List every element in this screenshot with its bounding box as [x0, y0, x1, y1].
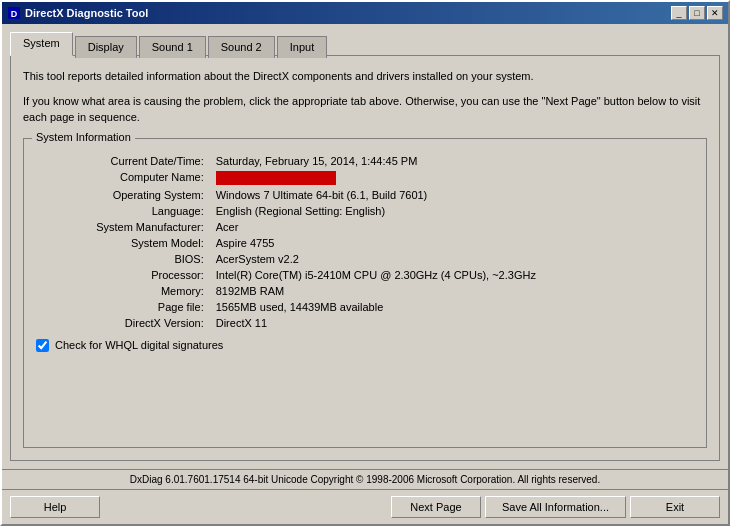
field-label-pagefile: Page file:	[36, 299, 212, 315]
tab-panel-system: This tool reports detailed information a…	[10, 55, 720, 461]
tab-bar: System Display Sound 1 Sound 2 Input	[10, 32, 720, 56]
table-row: Memory: 8192MB RAM	[36, 283, 694, 299]
tab-display[interactable]: Display	[75, 36, 137, 58]
field-label-language: Language:	[36, 203, 212, 219]
field-label-processor: Processor:	[36, 267, 212, 283]
table-row: System Model: Aspire 4755	[36, 235, 694, 251]
app-icon: D	[7, 6, 21, 20]
redacted-computer-name	[216, 171, 336, 185]
whql-checkbox[interactable]	[36, 339, 49, 352]
title-bar-left: D DirectX Diagnostic Tool	[7, 6, 148, 20]
bottom-right-buttons: Next Page Save All Information... Exit	[391, 496, 720, 518]
field-label-directx: DirectX Version:	[36, 315, 212, 331]
help-button[interactable]: Help	[10, 496, 100, 518]
table-row: BIOS: AcerSystem v2.2	[36, 251, 694, 267]
field-label-bios: BIOS:	[36, 251, 212, 267]
bottom-button-bar: Help Next Page Save All Information... E…	[2, 489, 728, 524]
info-text-2: If you know what area is causing the pro…	[23, 93, 707, 126]
info-text-1: This tool reports detailed information a…	[23, 68, 707, 85]
whql-checkbox-row: Check for WHQL digital signatures	[36, 339, 694, 352]
tab-system[interactable]: System	[10, 32, 73, 56]
footer-status-bar: DxDiag 6.01.7601.17514 64-bit Unicode Co…	[2, 469, 728, 489]
save-all-button[interactable]: Save All Information...	[485, 496, 626, 518]
field-label-manufacturer: System Manufacturer:	[36, 219, 212, 235]
field-value-datetime: Saturday, February 15, 2014, 1:44:45 PM	[212, 153, 694, 169]
field-value-memory: 8192MB RAM	[212, 283, 694, 299]
whql-checkbox-label: Check for WHQL digital signatures	[55, 339, 223, 351]
next-page-button[interactable]: Next Page	[391, 496, 481, 518]
field-value-os: Windows 7 Ultimate 64-bit (6.1, Build 76…	[212, 187, 694, 203]
field-label-memory: Memory:	[36, 283, 212, 299]
svg-text:D: D	[11, 9, 18, 19]
field-value-processor: Intel(R) Core(TM) i5-2410M CPU @ 2.30GHz…	[212, 267, 694, 283]
main-window: D DirectX Diagnostic Tool _ □ ✕ System D…	[0, 0, 730, 526]
tab-sound1[interactable]: Sound 1	[139, 36, 206, 58]
field-label-datetime: Current Date/Time:	[36, 153, 212, 169]
field-value-pagefile: 1565MB used, 14439MB available	[212, 299, 694, 315]
window-content: System Display Sound 1 Sound 2 Input Thi…	[2, 24, 728, 469]
field-label-model: System Model:	[36, 235, 212, 251]
table-row: System Manufacturer: Acer	[36, 219, 694, 235]
field-value-bios: AcerSystem v2.2	[212, 251, 694, 267]
field-value-computername	[212, 169, 694, 187]
footer-text: DxDiag 6.01.7601.17514 64-bit Unicode Co…	[130, 474, 600, 485]
bottom-buttons-inner: Help Next Page Save All Information... E…	[10, 496, 720, 518]
field-value-directx: DirectX 11	[212, 315, 694, 331]
field-label-os: Operating System:	[36, 187, 212, 203]
field-value-model: Aspire 4755	[212, 235, 694, 251]
window-title: DirectX Diagnostic Tool	[25, 7, 148, 19]
title-bar: D DirectX Diagnostic Tool _ □ ✕	[2, 2, 728, 24]
field-label-computername: Computer Name:	[36, 169, 212, 187]
field-value-language: English (Regional Setting: English)	[212, 203, 694, 219]
maximize-button[interactable]: □	[689, 6, 705, 20]
table-row: Operating System: Windows 7 Ultimate 64-…	[36, 187, 694, 203]
tab-input[interactable]: Input	[277, 36, 327, 58]
table-row: Current Date/Time: Saturday, February 15…	[36, 153, 694, 169]
table-row: Processor: Intel(R) Core(TM) i5-2410M CP…	[36, 267, 694, 283]
system-info-group: System Information Current Date/Time: Sa…	[23, 138, 707, 449]
table-row: DirectX Version: DirectX 11	[36, 315, 694, 331]
title-bar-buttons: _ □ ✕	[671, 6, 723, 20]
table-row: Language: English (Regional Setting: Eng…	[36, 203, 694, 219]
close-button[interactable]: ✕	[707, 6, 723, 20]
field-value-manufacturer: Acer	[212, 219, 694, 235]
table-row: Computer Name:	[36, 169, 694, 187]
system-info-group-label: System Information	[32, 131, 135, 143]
minimize-button[interactable]: _	[671, 6, 687, 20]
table-row: Page file: 1565MB used, 14439MB availabl…	[36, 299, 694, 315]
system-info-table: Current Date/Time: Saturday, February 15…	[36, 153, 694, 331]
exit-button[interactable]: Exit	[630, 496, 720, 518]
tab-sound2[interactable]: Sound 2	[208, 36, 275, 58]
